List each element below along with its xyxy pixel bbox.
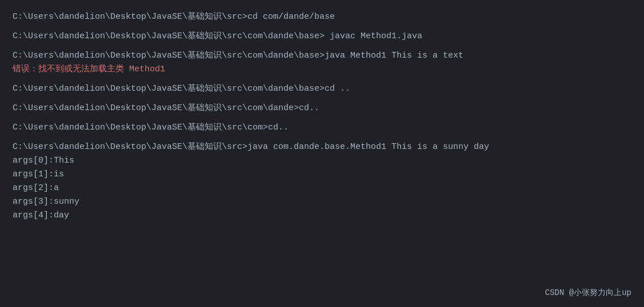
output-line: args[4]:day — [13, 209, 631, 223]
blank-line — [13, 135, 631, 140]
output-line: args[3]:sunny — [13, 195, 631, 209]
output-line: args[1]:is — [13, 168, 631, 181]
prompt-line: C:\Users\dandelion\Desktop\JavaSE\基础知识\s… — [13, 82, 631, 96]
error-line: 错误：找不到或无法加载主类 Method1 — [13, 63, 631, 76]
prompt-line: C:\Users\dandelion\Desktop\JavaSE\基础知识\s… — [13, 10, 631, 24]
output-line: args[2]:a — [13, 181, 631, 195]
terminal-output: C:\Users\dandelion\Desktop\JavaSE\基础知识\s… — [13, 10, 631, 223]
prompt-line: C:\Users\dandelion\Desktop\JavaSE\基础知识\s… — [13, 49, 631, 63]
blank-line — [13, 115, 631, 121]
blank-line — [13, 24, 631, 30]
blank-line — [13, 43, 631, 49]
output-line: args[0]:This — [13, 154, 631, 168]
blank-line — [13, 96, 631, 102]
terminal-window: C:\Users\dandelion\Desktop\JavaSE\基础知识\s… — [0, 0, 644, 307]
prompt-line: C:\Users\dandelion\Desktop\JavaSE\基础知识\s… — [13, 140, 631, 154]
blank-line — [13, 76, 631, 82]
prompt-line: C:\Users\dandelion\Desktop\JavaSE\基础知识\s… — [13, 102, 631, 115]
prompt-line: C:\Users\dandelion\Desktop\JavaSE\基础知识\s… — [13, 121, 631, 135]
prompt-line: C:\Users\dandelion\Desktop\JavaSE\基础知识\s… — [13, 30, 631, 43]
watermark: CSDN @小张努力向上up — [545, 288, 631, 298]
